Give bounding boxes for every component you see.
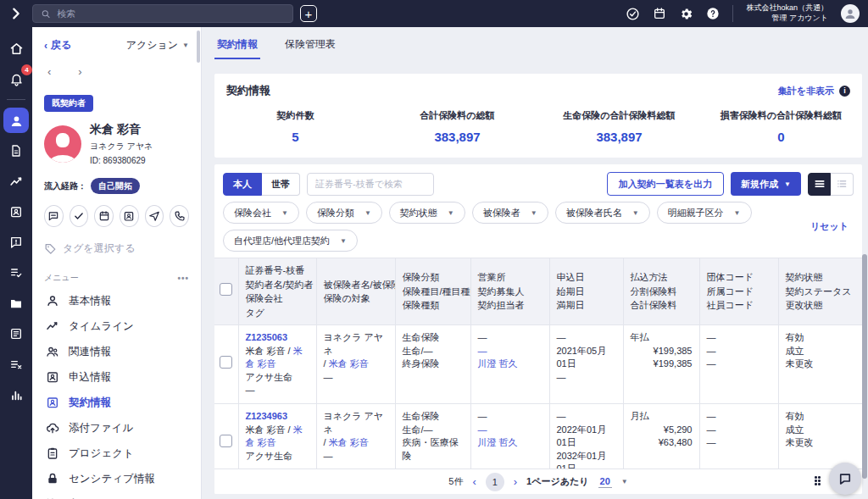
menu-item-sensitive-info[interactable]: センシティブ情報 [44, 466, 189, 491]
comment-icon[interactable] [44, 205, 64, 227]
per-page-select[interactable]: 20 [598, 476, 612, 488]
menu-item-related-info[interactable]: 関連情報 [44, 339, 189, 364]
news-icon[interactable] [3, 321, 29, 347]
policy-search-input[interactable] [307, 173, 434, 196]
policies-icon[interactable] [3, 199, 29, 225]
menu-item-contract-info[interactable]: 契約情報 [44, 390, 189, 415]
col-payment: 払込方法分割保険料合計保険料 [623, 258, 699, 325]
bullet-list-view-icon[interactable] [831, 173, 854, 196]
calendar-icon[interactable] [653, 7, 666, 20]
filter-contract-state[interactable]: 契約状態▼ [389, 202, 465, 224]
settings-gear-icon[interactable] [679, 7, 693, 21]
create-new-button[interactable]: + [300, 5, 317, 22]
content-tabs: 契約情報 保険管理表 [202, 27, 868, 59]
result-count: 5件 [448, 475, 463, 488]
people-icon [46, 345, 59, 358]
customer-sidebar: ‹戻る アクション▼ ‹ › 既契約者 米倉 彩音 ヨネクラ アヤネ ID: 8… [32, 27, 202, 499]
reset-filters-link[interactable]: リセット [810, 220, 849, 233]
global-search-input[interactable] [57, 8, 285, 19]
trend-icon [46, 319, 59, 333]
schedule-calendar-icon[interactable] [94, 205, 114, 227]
chevron-down-icon: ▼ [448, 209, 454, 217]
account-avatar[interactable] [841, 4, 860, 23]
files-folder-icon[interactable] [3, 291, 29, 316]
tasks-done-icon[interactable] [626, 7, 640, 21]
menu-more-icon[interactable]: ••• [177, 274, 189, 283]
main-content: 契約情報 保険管理表 契約情報 集計を非表示 i 契約件数 5 合計保険料の総額… [202, 27, 868, 499]
main-scrollbar[interactable] [862, 254, 867, 479]
filter-parent-child[interactable]: 明細親子区分▼ [657, 202, 752, 224]
col-policy: 証券番号-枝番契約者名/契約者保険会社タグ [238, 258, 316, 325]
app-logo[interactable] [0, 7, 32, 20]
customers-icon[interactable] [3, 108, 29, 133]
global-search[interactable] [32, 4, 293, 23]
filter-insured-name[interactable]: 被保険者氏名▼ [555, 202, 650, 224]
task-check-icon[interactable] [70, 205, 89, 227]
chevron-down-icon: ▼ [281, 209, 288, 217]
insured-link[interactable]: 米倉 彩音 [329, 358, 369, 369]
back-link[interactable]: ‹戻る [44, 38, 71, 53]
pagination-bar: 5件 ‹ 1 › 1ページあたり 20 ▼ [214, 469, 862, 494]
menu-item-timeline[interactable]: タイムライン [44, 313, 189, 339]
filter-insurance-company[interactable]: 保険会社▼ [223, 202, 299, 224]
timeline-icon[interactable] [3, 169, 29, 194]
hide-summary-link[interactable]: 集計を非表示 i [778, 85, 850, 97]
menu-item-projects[interactable]: プロジェクト [44, 441, 189, 466]
col-insured: 被保険者名/被保険者保険の対象 [316, 258, 395, 325]
scope-household-button[interactable]: 世帯 [262, 173, 300, 196]
table-row: Z1235063米倉 彩音 / 米倉 彩音アクサ生命— ヨネクラ アヤネ/ 米倉… [214, 325, 862, 404]
page-number[interactable]: 1 [486, 473, 504, 491]
search-icon [41, 8, 51, 19]
action-dropdown[interactable]: アクション▼ [126, 38, 189, 53]
manager-link[interactable]: 川澄 哲久 [478, 358, 542, 371]
send-icon[interactable] [145, 205, 164, 227]
todo-cancel-icon[interactable] [3, 352, 29, 377]
menu-item-basic-info[interactable]: 基本情報 [44, 288, 189, 313]
customer-menu: 基本情報 タイムライン 関連情報 申込情報 契約情報 添付ファイル プロジェクト… [44, 288, 189, 499]
analytics-bars-icon[interactable] [3, 382, 29, 408]
col-codes: 団体コード所属コード社員コード [699, 258, 778, 325]
create-contract-button[interactable]: 新規作成▼ [731, 172, 801, 196]
prev-page-icon[interactable]: ‹ [472, 475, 476, 488]
chevron-down-icon: ▼ [632, 209, 639, 217]
tab-contract-info[interactable]: 契約情報 [214, 37, 260, 59]
next-customer-button[interactable]: › [78, 65, 81, 78]
filter-insurance-class[interactable]: 保険分類▼ [306, 202, 382, 224]
documents-icon[interactable] [3, 138, 29, 164]
policy-number-link[interactable]: Z1235063 [246, 331, 309, 345]
help-icon[interactable] [706, 7, 720, 20]
contact-card-icon[interactable] [120, 205, 139, 227]
chat-fab-button[interactable] [829, 463, 861, 495]
account-company: 株式会社hokan（共通） [746, 3, 828, 14]
tab-insurance-chart[interactable]: 保険管理表 [282, 37, 338, 59]
tag-select[interactable]: タグを選択する [44, 241, 189, 256]
sidebar-scrollbar[interactable] [197, 30, 200, 63]
notifications-bell-icon[interactable]: 4 [3, 66, 29, 91]
export-list-button[interactable]: 加入契約一覧表を出力 [607, 172, 724, 196]
select-all-checkbox[interactable] [220, 283, 232, 296]
account-info[interactable]: 株式会社hokan（共通） 管理 アカウント [746, 3, 828, 23]
drag-handle-icon[interactable] [815, 476, 821, 486]
row-checkbox[interactable] [220, 356, 232, 369]
home-icon[interactable] [3, 36, 29, 61]
menu-item-application-info[interactable]: 申込情報 [44, 364, 189, 390]
next-page-icon[interactable]: › [514, 475, 517, 488]
menu-label: メニュー [44, 272, 79, 284]
row-checkbox[interactable] [220, 435, 232, 447]
col-dates: 申込日始期日満期日 [549, 258, 623, 325]
task-list-icon[interactable] [3, 260, 29, 286]
col-class: 保険分類保険種目/種目種類保険種類 [395, 258, 470, 325]
dense-list-view-icon[interactable] [808, 173, 831, 196]
menu-item-change-history[interactable]: 変更履歴 [44, 491, 189, 499]
filter-agency-type[interactable]: 自代理店/他代理店契約▼ [223, 230, 358, 252]
insured-link[interactable]: 米倉 彩音 [329, 437, 369, 447]
menu-item-attachments[interactable]: 添付ファイル [44, 415, 189, 441]
manager-link[interactable]: 川澄 哲久 [478, 436, 542, 450]
inquiries-icon[interactable] [3, 230, 29, 255]
scope-self-button[interactable]: 本人 [223, 173, 262, 196]
prev-customer-button[interactable]: ‹ [47, 65, 51, 78]
phone-icon[interactable] [170, 205, 189, 227]
info-icon[interactable]: i [839, 86, 850, 97]
policy-number-link[interactable]: Z1234963 [246, 410, 309, 424]
filter-insured[interactable]: 被保険者▼ [472, 202, 548, 224]
